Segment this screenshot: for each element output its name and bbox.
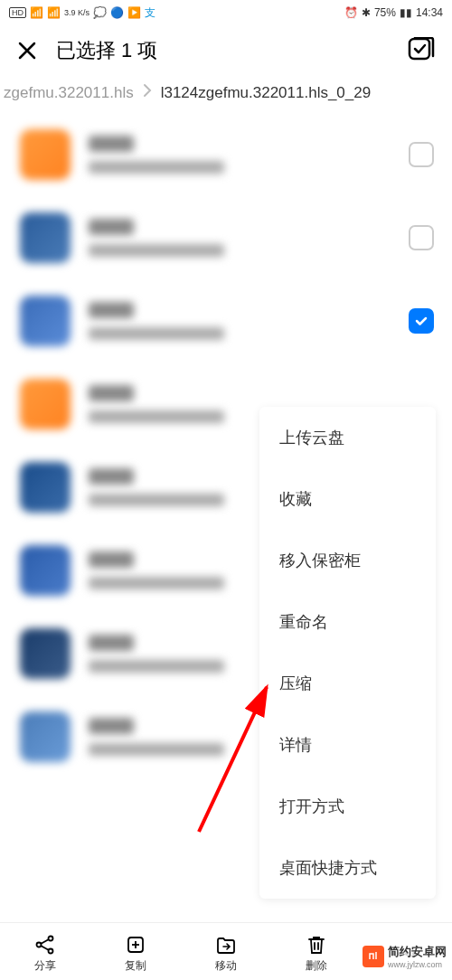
status-bar: HD 📶 📶 3.9 K/s 💭 🔵 ▶️ 支 ⏰ ✱ 75% ▮▮ 14:34 (0, 0, 452, 25)
menu-details[interactable]: 详情 (259, 714, 436, 776)
file-info (89, 136, 391, 174)
file-info (89, 302, 391, 340)
watermark: 简约安卓网 www.jylzw.com (363, 944, 447, 969)
svg-rect-0 (410, 39, 429, 59)
file-info (89, 219, 391, 257)
share-icon (33, 933, 57, 956)
page-title: 已选择 1 项 (56, 37, 391, 64)
file-thumbnail (20, 129, 71, 180)
breadcrumb[interactable]: zgefmu.322011.hls l3124zgefmu.322011.hls… (0, 76, 452, 113)
menu-compress[interactable]: 压缩 (259, 653, 436, 714)
file-checkbox[interactable] (409, 225, 434, 250)
file-checkbox[interactable] (409, 308, 434, 334)
watermark-text: 简约安卓网 (388, 944, 447, 960)
share-label: 分享 (34, 958, 56, 974)
network-4g-icon: 📶 (30, 6, 43, 19)
svg-point-13 (375, 952, 377, 954)
move-label: 移动 (215, 958, 237, 974)
app-icon-1: 💭 (93, 6, 107, 19)
file-thumbnail (20, 545, 71, 596)
menu-rename[interactable]: 重命名 (259, 591, 436, 653)
breadcrumb-current: l3124zgefmu.322011.hls_0_29 (161, 84, 372, 102)
app-icon-4: 支 (145, 5, 155, 21)
menu-upload-cloud[interactable]: 上传云盘 (259, 407, 436, 468)
select-all-button[interactable] (407, 36, 436, 65)
svg-line-6 (41, 946, 49, 950)
move-button[interactable]: 移动 (194, 933, 258, 974)
battery-icon: ▮▮ (400, 6, 412, 19)
watermark-url: www.jylzw.com (388, 960, 447, 969)
context-menu: 上传云盘 收藏 移入保密柜 重命名 压缩 详情 打开方式 桌面快捷方式 (259, 407, 436, 899)
file-thumbnail (20, 212, 71, 263)
file-checkbox[interactable] (409, 142, 434, 167)
check-icon (413, 313, 429, 329)
file-item[interactable] (0, 279, 452, 363)
menu-open-with[interactable]: 打开方式 (259, 776, 436, 837)
app-icon-3: ▶️ (127, 6, 141, 19)
file-thumbnail (20, 628, 71, 679)
bluetooth-icon: ✱ (362, 6, 371, 19)
chevron-right-icon (143, 83, 152, 102)
status-time: 14:34 (416, 6, 443, 19)
status-left: HD 📶 📶 3.9 K/s 💭 🔵 ▶️ 支 (9, 5, 155, 21)
net-speed: 3.9 K/s (64, 9, 89, 17)
share-button[interactable]: 分享 (14, 933, 77, 974)
copy-button[interactable]: 复制 (104, 933, 167, 974)
app-icon-2: 🔵 (110, 6, 124, 19)
file-item[interactable] (0, 196, 452, 279)
hd-badge: HD (9, 7, 26, 18)
delete-button[interactable]: 删除 (285, 933, 348, 974)
menu-favorite[interactable]: 收藏 (259, 468, 436, 530)
battery-percent: 75% (374, 6, 396, 19)
status-right: ⏰ ✱ 75% ▮▮ 14:34 (344, 6, 443, 19)
copy-label: 复制 (125, 958, 146, 974)
menu-move-safe[interactable]: 移入保密柜 (259, 530, 436, 591)
menu-desktop-shortcut[interactable]: 桌面快捷方式 (259, 837, 436, 899)
close-icon[interactable] (14, 38, 40, 63)
file-item[interactable] (0, 113, 452, 196)
header: 已选择 1 项 (0, 25, 452, 76)
file-thumbnail (20, 462, 71, 513)
svg-line-5 (41, 939, 49, 944)
file-thumbnail (20, 379, 71, 429)
file-thumbnail (20, 296, 71, 346)
file-thumbnail (20, 711, 71, 762)
breadcrumb-parent[interactable]: zgefmu.322011.hls (4, 84, 134, 102)
watermark-badge-icon (363, 946, 384, 967)
alarm-icon: ⏰ (344, 6, 358, 19)
wifi-icon: 📶 (47, 6, 61, 19)
delete-label: 删除 (306, 958, 327, 974)
move-icon (214, 933, 238, 956)
trash-icon (305, 933, 328, 956)
copy-icon (124, 933, 147, 956)
